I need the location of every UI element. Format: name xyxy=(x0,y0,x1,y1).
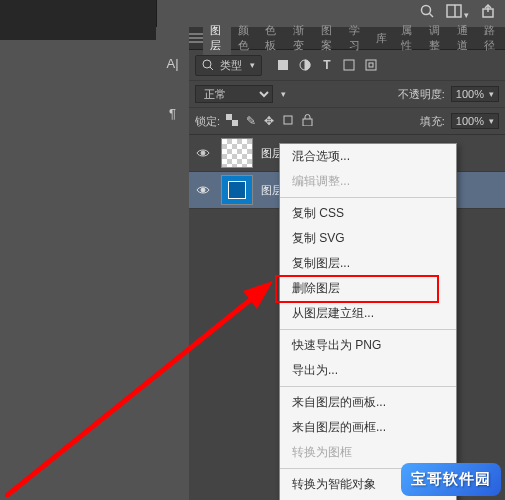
lock-transparency-icon[interactable] xyxy=(226,114,238,129)
menu-separator xyxy=(280,197,456,198)
tab-libraries[interactable]: 库 xyxy=(369,27,394,50)
layer-thumbnail xyxy=(221,175,253,205)
tab-layers[interactable]: 图层 xyxy=(203,19,231,57)
lock-label: 锁定: xyxy=(195,114,220,129)
watermark-badge: 宝哥软件园 xyxy=(401,463,501,496)
filter-type-dropdown[interactable]: 类型 ▾ xyxy=(195,55,262,76)
canvas-background xyxy=(0,40,156,500)
lock-position-icon[interactable]: ✥ xyxy=(264,114,274,128)
svg-rect-2 xyxy=(447,5,461,17)
chevron-down-icon: ▾ xyxy=(250,60,255,70)
lock-artboard-icon[interactable] xyxy=(282,114,294,129)
filter-pixel-icon[interactable] xyxy=(276,58,290,72)
filter-text-icon[interactable]: T xyxy=(320,58,334,72)
options-bar-vertical: A| ¶ xyxy=(156,27,190,500)
visibility-toggle[interactable] xyxy=(189,185,217,195)
visibility-toggle[interactable] xyxy=(189,148,217,158)
menu-separator xyxy=(280,329,456,330)
text-align-icon[interactable]: A| xyxy=(156,49,189,77)
fill-value-field[interactable]: 100%▾ xyxy=(451,113,499,129)
filter-icons-group: T xyxy=(276,58,378,72)
tab-properties[interactable]: 属性 xyxy=(394,19,422,57)
svg-rect-11 xyxy=(278,60,288,70)
menu-group-from-layers[interactable]: 从图层建立组... xyxy=(280,301,456,326)
svg-rect-19 xyxy=(303,119,312,126)
menu-separator xyxy=(280,386,456,387)
window-controls: ▾ xyxy=(420,4,495,20)
tab-paths[interactable]: 路径 xyxy=(477,19,505,57)
tab-patterns[interactable]: 图案 xyxy=(314,19,342,57)
panel-tab-strip: 图层 颜色 色板 渐变 图案 学习 库 属性 调整 通道 路径 xyxy=(189,27,505,50)
paragraph-icon[interactable]: ¶ xyxy=(156,99,189,127)
opacity-label: 不透明度: xyxy=(398,87,445,102)
svg-point-9 xyxy=(203,60,211,68)
svg-line-10 xyxy=(210,67,213,70)
menu-edit-adjust: 编辑调整... xyxy=(280,169,456,194)
lock-pixels-icon[interactable]: ✎ xyxy=(246,114,256,128)
lock-fill-row: 锁定: ✎ ✥ 填充: 100%▾ xyxy=(189,107,505,135)
menu-copy-css[interactable]: 复制 CSS xyxy=(280,201,456,226)
svg-point-20 xyxy=(201,151,205,155)
svg-rect-18 xyxy=(284,116,292,124)
menu-quick-export-png[interactable]: 快速导出为 PNG xyxy=(280,333,456,358)
svg-rect-13 xyxy=(344,60,354,70)
workspace-icon[interactable]: ▾ xyxy=(446,4,469,20)
blend-opacity-row: 正常 ▾ 不透明度: 100%▾ xyxy=(189,80,505,107)
panel-menu-icon[interactable] xyxy=(189,33,203,43)
menu-artboard-from-layers[interactable]: 来自图层的画板... xyxy=(280,390,456,415)
menu-duplicate-layer[interactable]: 复制图层... xyxy=(280,251,456,276)
filter-adjust-icon[interactable] xyxy=(298,58,312,72)
filter-type-label: 类型 xyxy=(220,58,242,73)
menu-export-as[interactable]: 导出为... xyxy=(280,358,456,383)
filter-shape-icon[interactable] xyxy=(342,58,356,72)
menu-copy-svg[interactable]: 复制 SVG xyxy=(280,226,456,251)
svg-rect-14 xyxy=(366,60,376,70)
lock-all-icon[interactable] xyxy=(302,114,313,129)
menu-convert-to-frame: 转换为图框 xyxy=(280,440,456,465)
canvas-viewport[interactable] xyxy=(0,0,157,41)
tab-channels[interactable]: 通道 xyxy=(450,19,478,57)
svg-rect-16 xyxy=(226,114,232,120)
menu-blend-options[interactable]: 混合选项... xyxy=(280,144,456,169)
menu-delete-layer[interactable]: 删除图层 xyxy=(280,276,456,301)
svg-rect-17 xyxy=(232,120,238,126)
search-icon[interactable] xyxy=(420,4,434,20)
svg-line-1 xyxy=(429,13,433,17)
blend-mode-select[interactable]: 正常 xyxy=(195,85,273,103)
filter-smart-icon[interactable] xyxy=(364,58,378,72)
tab-colors[interactable]: 颜色 xyxy=(231,19,259,57)
tab-learn[interactable]: 学习 xyxy=(342,19,370,57)
opacity-value-field[interactable]: 100%▾ xyxy=(451,86,499,102)
svg-point-21 xyxy=(201,188,205,192)
menu-frame-from-layers[interactable]: 来自图层的画框... xyxy=(280,415,456,440)
layer-context-menu: 混合选项... 编辑调整... 复制 CSS 复制 SVG 复制图层... 删除… xyxy=(279,143,457,500)
share-icon[interactable] xyxy=(481,4,495,20)
tab-adjust[interactable]: 调整 xyxy=(422,19,450,57)
layer-thumbnail xyxy=(221,138,253,168)
svg-rect-15 xyxy=(369,63,373,67)
tab-gradients[interactable]: 渐变 xyxy=(286,19,314,57)
tab-swatches[interactable]: 色板 xyxy=(258,19,286,57)
fill-label: 填充: xyxy=(420,114,445,129)
